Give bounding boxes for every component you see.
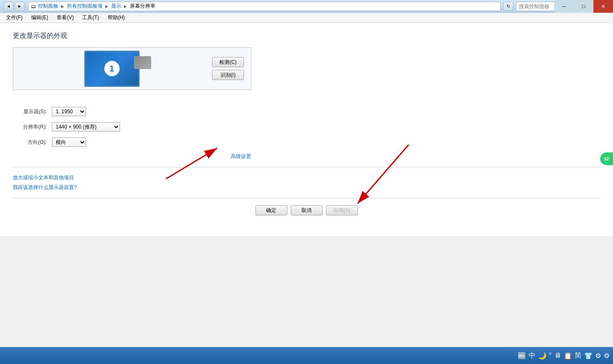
settings-form: 显示器(S): 1. 1950 分辨率(R): 1440 × 900 (推荐) … [13,107,600,147]
nav-buttons: ◄ ► [3,2,25,11]
cancel-button[interactable]: 取消 [291,205,323,215]
taskbar-icon-degree[interactable]: ° [549,352,552,359]
breadcrumb: 🗂 控制面板 ► 所有控制面板项 ► 显示 ► 屏幕分辨率 [28,2,501,11]
menu-view[interactable]: 查看(V) [53,13,77,22]
divider [13,167,600,167]
menubar: 文件(F) 编辑(E) 查看(V) 工具(T) 帮助(H) [0,13,613,23]
resolution-label: 分辨率(R): [13,123,47,131]
minimize-button[interactable]: ─ [554,0,574,13]
resolution-row: 分辨率(R): 1440 × 900 (推荐) [13,122,600,132]
window-controls: ─ □ ✕ [554,0,613,13]
menu-file[interactable]: 文件(F) [3,13,26,22]
menu-tools[interactable]: 工具(T) [79,13,102,22]
resolution-select[interactable]: 1440 × 900 (推荐) [52,122,120,132]
taskbar-icon-gear1[interactable]: ⚙ [595,352,601,360]
close-button[interactable]: ✕ [593,0,613,13]
menu-help[interactable]: 帮助(H) [104,13,129,22]
apply-button[interactable]: 应用(A) [326,205,358,215]
monitor-number: 1 [104,61,120,76]
taskbar-icon-clipboard[interactable]: 📋 [564,352,572,360]
taskbar-icon-shirt[interactable]: 👕 [584,352,593,360]
taskbar: 🔤 中 🌙 ° 🖥 📋 简 👕 ⚙ ⚙ [0,347,613,364]
divider-2 [13,198,600,198]
taskbar-icon-jian[interactable]: 简 [575,351,581,360]
breadcrumb-item-allitems[interactable]: 所有控制面板项 [67,3,103,10]
orientation-row: 方向(O): 横向 [13,138,600,147]
detect-button[interactable]: 检测(C) [212,57,244,67]
monitor-action-buttons: 检测(C) 识别(I) [212,57,244,80]
breadcrumb-item-resolution: 屏幕分辨率 [130,3,155,10]
monitor-thumbnail[interactable]: 1 [84,51,140,87]
titlebar: ◄ ► 🗂 控制面板 ► 所有控制面板项 ► 显示 ► 屏幕分辨率 ↻ 🔍 ─ … [0,0,613,13]
page-title: 更改显示器的外观 [13,32,600,40]
menu-edit[interactable]: 编辑(E) [28,13,52,22]
forward-button[interactable]: ► [14,2,25,11]
display-select[interactable]: 1. 1950 [52,107,86,116]
info-link-2[interactable]: 我应该选择什么显示器设置? [13,184,600,191]
ok-button[interactable]: 确定 [255,205,287,215]
breadcrumb-item-controlpanel[interactable]: 控制面板 [38,3,58,10]
orientation-select[interactable]: 横向 [52,138,86,147]
advanced-settings-link[interactable]: 高级设置 [13,153,251,160]
taskbar-icon-gear2[interactable]: ⚙ [604,352,610,360]
breadcrumb-folder-icon: 🗂 [31,3,36,9]
monitor-preview-area: 1 检测(C) 识别(I) [13,47,251,90]
taskbar-icon-screen[interactable]: 🖥 [554,352,561,359]
identify-button[interactable]: 识别(I) [212,70,244,80]
back-button[interactable]: ◄ [3,2,14,11]
green-badge: 52 [600,152,613,165]
main-content: 更改显示器的外观 1 检测(C) 识别(I) 显示器(S): 1. 1950 [0,23,613,236]
breadcrumb-item-display[interactable]: 显示 [111,3,121,10]
maximize-button[interactable]: □ [574,0,593,13]
action-buttons: 确定 取消 应用(A) [13,205,600,215]
refresh-button[interactable]: ↻ [503,2,513,11]
display-row: 显示器(S): 1. 1950 [13,107,600,116]
taskbar-icon-1[interactable]: 🔤 [518,352,526,360]
taskbar-icon-moon[interactable]: 🌙 [538,352,547,360]
info-link-1[interactable]: 放大或缩小文本和其他项目 [13,174,600,181]
monitor-small-secondary [134,56,151,69]
taskbar-icon-zh[interactable]: 中 [529,351,536,360]
orientation-label: 方向(O): [13,139,47,146]
display-label: 显示器(S): [13,108,47,115]
monitor-display: 1 [20,51,203,87]
